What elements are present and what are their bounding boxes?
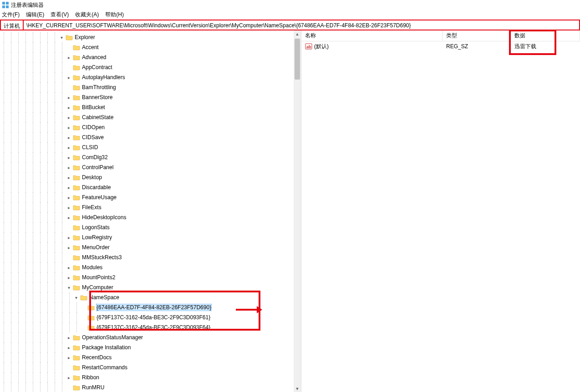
tree-item[interactable]: RunMRU [0, 382, 301, 392]
tree-item[interactable]: RestartCommands [0, 362, 301, 372]
chevron-right-icon[interactable]: ▸ [66, 174, 72, 181]
chevron-right-icon[interactable]: ▸ [66, 114, 72, 121]
chevron-right-icon[interactable]: ▸ [66, 124, 72, 131]
col-header-type[interactable]: 类型 [443, 30, 511, 41]
menu-help[interactable]: 帮助(H) [105, 11, 124, 19]
tree-label: CIDSave [82, 134, 104, 141]
tree-item[interactable]: ▸BannerStore [0, 92, 301, 102]
tree-item[interactable]: ▸RecentDocs [0, 352, 301, 362]
tree-label: Ribbon [82, 374, 99, 381]
menu-edit[interactable]: 编辑(E) [26, 11, 44, 19]
menu-file[interactable]: 文件(F) [2, 11, 20, 19]
tree-item[interactable]: ▸CIDSave [0, 132, 301, 142]
expander-empty [66, 224, 72, 231]
col-header-name[interactable]: 名称 [301, 30, 443, 41]
tree-label: OperationStatusManager [82, 334, 143, 341]
chevron-down-icon[interactable]: ▾ [58, 34, 65, 40]
chevron-right-icon[interactable]: ▸ [66, 334, 72, 341]
scroll-thumb[interactable] [295, 39, 300, 80]
chevron-right-icon[interactable]: ▸ [66, 344, 72, 351]
tree-item[interactable]: ▸OperationStatusManager [0, 332, 301, 342]
tree-item[interactable]: ▸CabinetState [0, 112, 301, 122]
svg-rect-2 [2, 5, 5, 8]
tree-item[interactable]: ▸Package Installation [0, 342, 301, 352]
scroll-up[interactable]: ▲ [294, 30, 301, 38]
titlebar: 注册表编辑器 [0, 0, 580, 10]
tree-label: AppContract [82, 64, 112, 70]
tree-item[interactable]: ▸FeatureUsage [0, 192, 301, 202]
chevron-right-icon[interactable]: ▸ [66, 214, 72, 221]
tree-label: ControlPanel [82, 164, 113, 171]
chevron-right-icon[interactable]: ▸ [66, 244, 72, 251]
tree-pane[interactable]: ▾ExplorerAccent▸AdvancedAppContract▸Auto… [0, 30, 301, 392]
scroll-down[interactable]: ▼ [294, 385, 301, 392]
highlight-arrow [236, 305, 262, 314]
tree-item[interactable]: ▸Advanced [0, 52, 301, 62]
folder-icon [73, 264, 80, 271]
tree-item[interactable]: ▸FileExts [0, 202, 301, 212]
chevron-right-icon[interactable]: ▸ [66, 204, 72, 211]
tree-item[interactable]: ▸CIDOpen [0, 122, 301, 132]
tree-item[interactable]: ▸Desktop [0, 172, 301, 182]
tree-item[interactable]: ▸Discardable [0, 182, 301, 192]
tree-label: BamThrottling [82, 84, 116, 90]
tree-item[interactable]: AppContract [0, 62, 301, 72]
chevron-right-icon[interactable]: ▸ [66, 134, 72, 141]
tree-item[interactable]: Accent [0, 42, 301, 52]
tree-item[interactable]: ▸AutoplayHandlers [0, 72, 301, 82]
tree-label: RestartCommands [82, 364, 127, 371]
folder-icon [73, 194, 80, 201]
value-name-cell: ab (默认) [301, 42, 443, 51]
chevron-right-icon[interactable]: ▸ [66, 94, 72, 101]
chevron-right-icon[interactable]: ▸ [66, 154, 72, 161]
tree-item[interactable]: LogonStats [0, 222, 301, 232]
chevron-right-icon[interactable]: ▸ [66, 164, 72, 171]
address-field[interactable]: \HKEY_CURRENT_USER\SOFTWARE\Microsoft\Wi… [23, 20, 580, 30]
menu-favorites[interactable]: 收藏夹(A) [75, 11, 99, 19]
chevron-right-icon[interactable]: ▸ [66, 184, 72, 191]
folder-icon [73, 144, 80, 151]
tree-item[interactable]: ▸Ribbon [0, 372, 301, 382]
window-title: 注册表编辑器 [11, 1, 44, 9]
tree-item-root[interactable]: ▾Explorer [0, 32, 301, 42]
tree-item[interactable]: ▸ControlPanel [0, 162, 301, 172]
tree-item[interactable]: ▸MenuOrder [0, 242, 301, 252]
tree-label: Accent [82, 44, 99, 50]
list-pane: 名称 类型 数据 ab (默认) REG_SZ 迅雷下载 [301, 30, 580, 392]
chevron-right-icon[interactable]: ▸ [66, 54, 72, 60]
tree-item[interactable]: ▸HideDesktopIcons [0, 212, 301, 222]
tree-item[interactable]: ▸MountPoints2 [0, 272, 301, 282]
chevron-right-icon[interactable]: ▸ [66, 194, 72, 201]
chevron-right-icon[interactable]: ▸ [66, 104, 72, 111]
tree-label: Package Installation [82, 344, 131, 351]
chevron-right-icon[interactable]: ▸ [66, 74, 72, 80]
tree-scrollbar[interactable]: ▲ ▼ [294, 30, 301, 392]
folder-icon [73, 154, 80, 161]
tree-item[interactable]: ▸CLSID [0, 142, 301, 152]
expander-empty [66, 384, 72, 391]
chevron-right-icon[interactable]: ▸ [66, 374, 72, 381]
tree-item[interactable]: MMStuckRects3 [0, 252, 301, 262]
tree-item[interactable]: ▸ComDlg32 [0, 152, 301, 162]
chevron-right-icon[interactable]: ▸ [66, 234, 72, 241]
highlight-tree [89, 291, 260, 331]
chevron-right-icon[interactable]: ▸ [66, 274, 72, 281]
tree-item[interactable]: BamThrottling [0, 82, 301, 92]
svg-rect-0 [2, 2, 5, 5]
chevron-right-icon[interactable]: ▸ [66, 264, 72, 271]
chevron-down-icon[interactable]: ▾ [73, 294, 79, 301]
expander-empty [66, 64, 72, 70]
tree-label: CLSID [82, 144, 98, 151]
expander-empty [80, 324, 86, 331]
chevron-down-icon[interactable]: ▾ [66, 284, 72, 291]
tree-item[interactable]: ▸BitBucket [0, 102, 301, 112]
tree-item[interactable]: ▸LowRegistry [0, 232, 301, 242]
chevron-right-icon[interactable]: ▸ [66, 144, 72, 151]
expander-empty [80, 314, 86, 321]
menu-view[interactable]: 查看(V) [51, 11, 69, 19]
tree-label: BannerStore [82, 94, 112, 101]
tree-label: MyComputer [82, 284, 113, 291]
tree-item[interactable]: ▸Modules [0, 262, 301, 272]
folder-icon [73, 374, 80, 381]
chevron-right-icon[interactable]: ▸ [66, 354, 72, 361]
